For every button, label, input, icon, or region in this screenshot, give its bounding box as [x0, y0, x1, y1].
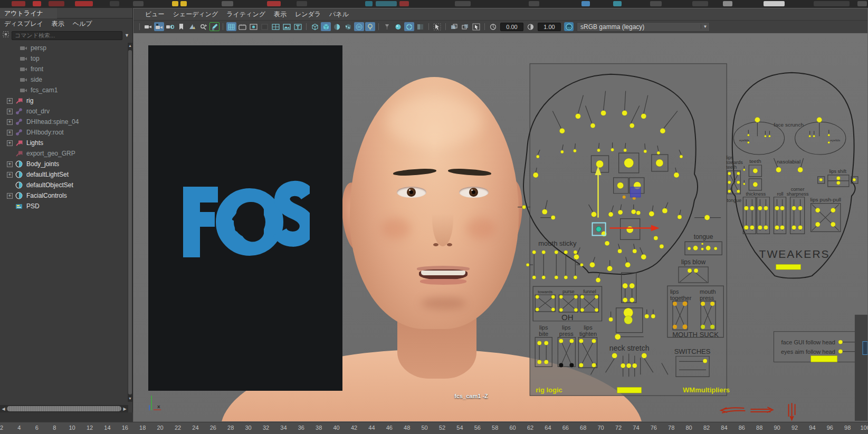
frame-tick[interactable]: 62 — [527, 425, 533, 431]
expand-icon[interactable]: + — [7, 161, 13, 167]
frame-tick[interactable]: 46 — [386, 425, 393, 431]
image-plane-icon[interactable] — [282, 22, 292, 31]
expand-icon[interactable]: + — [7, 109, 13, 114]
wireframe-icon[interactable] — [310, 22, 320, 31]
outliner-item-fcs_cam1[interactable]: fcs_cam1 — [0, 85, 128, 95]
frame-tick[interactable]: 14 — [104, 425, 110, 431]
outliner-item-export_geo_GRP[interactable]: export_geo_GRP — [0, 148, 128, 159]
frame-tick[interactable]: 12 — [87, 425, 93, 431]
frame-tick[interactable]: 78 — [668, 425, 674, 431]
outliner-item-front[interactable]: front — [0, 64, 128, 74]
viewport-menu-1[interactable]: シェーディング — [173, 10, 218, 19]
frame-tick[interactable]: 8 — [53, 425, 56, 431]
frame-tick[interactable]: 28 — [227, 425, 234, 431]
frame-tick[interactable]: 50 — [421, 425, 427, 431]
expand-icon[interactable]: + — [7, 193, 13, 199]
chevron-down-icon[interactable]: ▼ — [701, 24, 709, 29]
frame-tick[interactable]: 20 — [157, 425, 163, 431]
selected-blue-square[interactable] — [631, 187, 641, 197]
outliner-item-top[interactable]: top — [0, 53, 128, 64]
xray-joints-icon[interactable] — [460, 22, 470, 31]
frame-tick[interactable]: 4 — [17, 425, 21, 431]
frame-tick[interactable]: 30 — [245, 425, 251, 431]
manipulator-x-arrowhead[interactable] — [651, 225, 660, 232]
contrast-icon[interactable] — [526, 22, 536, 31]
exposure-field[interactable]: 0.00 — [500, 23, 523, 31]
vscroll-thumb[interactable] — [128, 50, 132, 394]
frame-tick[interactable]: 2 — [0, 425, 3, 431]
frame-tick[interactable]: 64 — [545, 425, 551, 431]
frame-tick[interactable]: 90 — [774, 425, 780, 431]
outliner-menu-2[interactable]: ヘルプ — [73, 20, 92, 28]
scroll-right-icon[interactable]: ▶ — [121, 407, 128, 411]
expand-icon[interactable]: + — [7, 172, 13, 178]
selected-control-dot[interactable] — [596, 227, 602, 232]
grid-icon[interactable] — [226, 22, 236, 31]
expand-icon[interactable]: + — [7, 98, 13, 104]
field-chart-icon[interactable] — [271, 22, 281, 31]
frame-tick[interactable]: 66 — [562, 425, 569, 431]
frame-tick[interactable]: 34 — [280, 425, 287, 431]
frame-tick[interactable]: 80 — [685, 425, 692, 431]
outliner-item-defaultLightSet[interactable]: +defaultLightSet — [0, 169, 128, 180]
outliner-item-Body_joints[interactable]: +Body_joints — [0, 159, 128, 169]
outliner-item-persp[interactable]: persp — [0, 43, 128, 53]
tab-outliner[interactable]: アウトライナ — [0, 8, 57, 18]
select-camera-icon[interactable] — [143, 22, 153, 31]
outliner-item-rig[interactable]: +rig — [0, 95, 128, 106]
scroll-down-icon[interactable]: ▼ — [128, 396, 132, 402]
anti-aliasing-icon[interactable] — [404, 22, 414, 31]
frame-tick[interactable]: 36 — [298, 425, 304, 431]
frame-tick[interactable]: 74 — [633, 425, 639, 431]
frame-tick[interactable]: 42 — [351, 425, 357, 431]
grease-pencil-icon[interactable] — [209, 22, 220, 31]
frame-tick[interactable]: 6 — [35, 425, 39, 431]
bookmarks-icon[interactable] — [176, 22, 186, 31]
isolate-select-icon[interactable] — [432, 22, 442, 31]
scroll-left-icon[interactable]: ◀ — [0, 407, 7, 411]
outliner-menu-1[interactable]: 表示 — [52, 20, 64, 28]
frame-tick[interactable]: 98 — [844, 425, 851, 431]
xray-icon[interactable] — [449, 22, 459, 31]
rig-slider-bars[interactable] — [617, 264, 837, 393]
frame-tick[interactable]: 100 — [860, 425, 868, 431]
rig-control-dots[interactable] — [522, 110, 856, 368]
frame-tick[interactable]: 52 — [439, 425, 445, 431]
viewport-menu-0[interactable]: ビュー — [145, 10, 165, 19]
outliner-item-DHIhead:spine_04[interactable]: +DHIhead:spine_04 — [0, 117, 128, 127]
outliner-item-side[interactable]: side — [0, 74, 128, 85]
frame-tick[interactable]: 38 — [316, 425, 322, 431]
search-dropdown-icon[interactable]: ▼ — [125, 33, 129, 38]
outliner-item-PSD[interactable]: PSD — [0, 201, 128, 211]
select-highlight-icon[interactable] — [471, 22, 481, 31]
frame-tick[interactable]: 72 — [615, 425, 622, 431]
material-shade-icon[interactable] — [332, 22, 342, 31]
frame-tick[interactable]: 40 — [333, 425, 339, 431]
frame-tick[interactable]: 88 — [756, 425, 762, 431]
lock-camera-icon[interactable] — [154, 22, 164, 31]
gamma-field[interactable]: 1.00 — [538, 23, 561, 31]
viewport-menu-2[interactable]: ライティング — [226, 10, 265, 19]
selection-highlight-box[interactable] — [593, 223, 606, 236]
rig-orange-dots[interactable] — [623, 196, 688, 329]
outliner-item-Lights[interactable]: +Lights — [0, 138, 128, 148]
frame-tick[interactable]: 86 — [739, 425, 745, 431]
expand-icon[interactable]: + — [7, 130, 13, 136]
frame-tick[interactable]: 48 — [404, 425, 410, 431]
resolution-gate-icon[interactable] — [249, 22, 259, 31]
frame-tick[interactable]: 94 — [809, 425, 815, 431]
frame-tick[interactable]: 56 — [474, 425, 481, 431]
textured-icon[interactable] — [343, 22, 353, 31]
manipulator-y-arrowhead[interactable] — [595, 166, 602, 175]
frame-tick[interactable]: 58 — [492, 425, 498, 431]
frame-tick[interactable]: 96 — [827, 425, 833, 431]
camera-attributes-icon[interactable] — [165, 22, 175, 31]
screen-space-ao-icon[interactable] — [393, 22, 403, 31]
frame-tick[interactable]: 22 — [175, 425, 181, 431]
use-all-lights-icon[interactable] — [365, 22, 375, 31]
outliner-item-FacialControls[interactable]: +FacialControls — [0, 190, 128, 201]
outliner-item-DHIbody:root[interactable]: +DHIbody:root — [0, 127, 128, 138]
time-slider[interactable]: 2468101214161820222426283032343638404244… — [0, 422, 868, 434]
frame-tick[interactable]: 82 — [703, 425, 710, 431]
outliner-item-root_drv[interactable]: +root_drv — [0, 106, 128, 117]
